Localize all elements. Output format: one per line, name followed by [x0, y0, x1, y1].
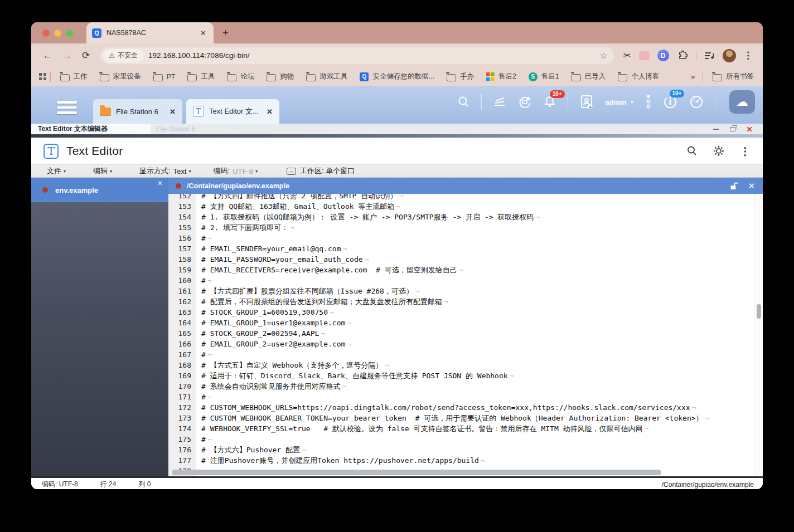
code-line[interactable]: 161 # 【方式四扩展】股票分组发往不同邮箱（Issue #268，可选） — [168, 286, 763, 296]
user-profile-icon[interactable]: ★ — [579, 94, 594, 110]
code-line[interactable]: 159 # EMAIL_RECEIVERS=receiver@example.c… — [168, 265, 763, 275]
code-line[interactable]: 165 # STOCK_GROUP_2=002594,AAPL — [168, 328, 763, 339]
minimize-window-button[interactable] — [54, 30, 61, 37]
vertical-scrollbar-track[interactable] — [754, 194, 763, 476]
taskbar-tab-file-station[interactable]: File Station 6 ✕ — [93, 99, 182, 124]
bookmarks-overflow-icon[interactable]: » — [691, 72, 694, 81]
main-menu-icon[interactable] — [57, 101, 77, 114]
user-menu[interactable]: admin ▼ — [605, 98, 634, 106]
reload-icon[interactable]: ⟳ — [82, 50, 90, 61]
editor-tab-bar[interactable]: /Container/gupiao/env.example ✕ — [168, 178, 763, 194]
display-mode-select[interactable]: Text▾ — [173, 167, 191, 175]
screenshot-extension-icon[interactable]: ✂ — [623, 50, 631, 61]
security-chip[interactable]: ⚠ 不安全 — [103, 49, 143, 62]
bookmark-star-icon[interactable]: ☆ — [600, 51, 607, 61]
encoding-select[interactable]: UTF-8▾ — [233, 167, 258, 175]
reading-list-icon[interactable] — [704, 51, 715, 61]
code-line[interactable]: 155 # 2. 填写下面两项即可： — [168, 222, 763, 233]
code-line[interactable]: 157 # EMAIL_SENDER=your_email@qq.com — [168, 243, 763, 254]
bookmark-item[interactable]: 售后1 — [529, 72, 559, 81]
bookmark-item[interactable]: 安全储存您的数据... — [360, 72, 434, 81]
bookmark-item[interactable]: PT — [153, 72, 176, 81]
minimize-icon[interactable] — [713, 129, 719, 130]
workspace-label[interactable]: 工作区: 单个窗口 — [300, 166, 355, 176]
cloud-service-button[interactable]: ☁ — [729, 90, 755, 114]
bookmark-item[interactable]: 游戏工具 — [306, 72, 347, 81]
code-line[interactable]: 154 # 1. 获取授权码（以QQ邮箱为例）： 设置 -> 账户 -> POP… — [168, 212, 763, 222]
tab-close-icon[interactable]: ✕ — [267, 108, 273, 116]
sidebar-close-icon[interactable]: ✕ — [157, 179, 163, 187]
code-line[interactable]: 177 # 注册Pushover账号，并创建应用Token https://pu… — [168, 455, 763, 466]
code-line[interactable]: 173 # CUSTOM_WEBHOOK_BEARER_TOKEN=your_b… — [168, 413, 763, 423]
code-line[interactable]: 176 # 【方式六】Pushover 配置 — [168, 445, 763, 455]
apps-grid-icon[interactable] — [39, 73, 46, 80]
search-icon[interactable] — [457, 95, 470, 109]
bookmark-item[interactable]: 工作 — [60, 72, 88, 81]
code-line[interactable]: 163 # STOCK_GROUP_1=600519,300750 — [168, 307, 763, 318]
browser-tab[interactable]: Q NAS5878AC ✕ — [86, 22, 214, 43]
queue-icon[interactable] — [492, 95, 507, 109]
bookmark-item[interactable]: 售后2 — [486, 72, 516, 81]
close-icon[interactable]: ✕ — [746, 125, 753, 133]
code-line[interactable]: 158 # EMAIL_PASSWORD=your_email_auth_cod… — [168, 254, 763, 265]
sync-icon[interactable] — [517, 95, 532, 109]
code-line[interactable]: 169 # 适用于：钉钉、Discord、Slack、Bark、自建服务等任意支… — [168, 370, 763, 381]
vertical-scrollbar-thumb[interactable] — [757, 304, 761, 319]
code-line[interactable]: 156 # — [168, 233, 763, 243]
bookmark-item[interactable]: 个人博客 — [618, 72, 659, 81]
sidebar-file-env-example[interactable]: env.example ✕ — [31, 178, 168, 202]
extensions-puzzle-icon[interactable] — [677, 50, 689, 61]
code-area[interactable]: 152 # 【方式四】邮件推送（只需 2 项配置，SMTP 自动识别） 153 … — [168, 194, 763, 476]
code-line[interactable]: 168 # 【方式五】自定义 Webhook（支持多个，逗号分隔） — [168, 360, 763, 370]
all-bookmarks-button[interactable]: 所有书签 — [713, 72, 754, 81]
bookmark-item[interactable]: 手办 — [447, 72, 474, 81]
tab-close-icon[interactable]: ✕ — [198, 29, 208, 37]
restore-icon[interactable] — [730, 127, 735, 131]
code-line[interactable]: 153 # 支持 QQ邮箱、163邮箱、Gmail、Outlook 等主流邮箱 — [168, 201, 763, 212]
code-line[interactable]: 174 # WEBHOOK_VERIFY_SSL=true # 默认校验。设为 … — [168, 423, 763, 434]
back-icon[interactable]: ← — [43, 50, 52, 61]
horizontal-scrollbar[interactable] — [172, 470, 661, 475]
taskbar-tab-text-editor[interactable]: T Text Editor 文... ✕ — [186, 99, 279, 124]
editor-search-icon[interactable] — [686, 145, 698, 157]
window-tab-text-editor[interactable]: Text Editor 文本编辑器 — [31, 124, 151, 134]
code-line[interactable]: 160 # — [168, 275, 763, 286]
code-line[interactable]: 162 # 配置后，不同股票组的报告发送到对应邮箱；大盘复盘发往所有配置邮箱 — [168, 296, 763, 307]
code-line[interactable]: 172 # CUSTOM_WEBHOOK_URLS=https://oapi.d… — [168, 402, 763, 413]
menu-file[interactable]: 文件▾ — [47, 166, 66, 176]
code-line[interactable]: 170 # 系统会自动识别常见服务并使用对应格式 — [168, 381, 763, 392]
new-tab-button[interactable]: + — [222, 27, 229, 39]
settings-gear-icon[interactable] — [713, 145, 725, 157]
bookmark-item[interactable]: 论坛 — [227, 72, 254, 81]
bookmark-icon — [618, 74, 627, 81]
bookmark-item[interactable]: 工具 — [187, 72, 215, 81]
code-line[interactable]: 167 # — [168, 349, 763, 360]
bookmark-item[interactable]: 购物 — [267, 72, 294, 81]
code-line[interactable]: 152 # 【方式四】邮件推送（只需 2 项配置，SMTP 自动识别） — [168, 194, 763, 201]
menu-edit[interactable]: 编辑▾ — [93, 166, 112, 176]
url-text[interactable]: 192.168.100.114:7086/cgi-bin/ — [148, 51, 600, 60]
system-info-icon[interactable]: 10+ — [662, 94, 678, 110]
editor-close-icon[interactable]: ✕ — [748, 181, 755, 191]
window-tab-file-station[interactable]: File Station 6 — [156, 125, 195, 133]
chrome-menu-icon[interactable]: ⋮ — [743, 50, 753, 61]
editor-menu-icon[interactable]: ⋮ — [740, 145, 751, 158]
unlock-icon[interactable] — [729, 182, 738, 191]
profile-avatar[interactable] — [723, 49, 736, 62]
code-line[interactable]: 175 # — [168, 434, 763, 445]
notifications-bell-icon[interactable]: 10+ — [543, 95, 557, 109]
forward-icon[interactable]: → — [62, 50, 72, 61]
code-line[interactable]: 171 # — [168, 392, 763, 402]
d-extension-icon[interactable]: D — [657, 50, 669, 61]
more-options-icon[interactable] — [645, 94, 652, 110]
code-line[interactable]: 166 # EMAIL_GROUP_2=user2@example.com — [168, 339, 763, 349]
tv-extension-icon[interactable] — [639, 51, 650, 60]
bookmark-item[interactable]: 已导入 — [572, 72, 606, 81]
close-window-button[interactable] — [42, 30, 50, 37]
resource-monitor-icon[interactable] — [689, 94, 704, 110]
tab-close-icon[interactable]: ✕ — [170, 108, 176, 116]
address-bar[interactable]: ⚠ 不安全 192.168.100.114:7086/cgi-bin/ ☆ — [100, 47, 614, 64]
zoom-window-button[interactable] — [66, 30, 73, 37]
code-line[interactable]: 164 # EMAIL_GROUP_1=user1@example.com — [168, 318, 763, 328]
bookmark-item[interactable]: 家里设备 — [100, 72, 141, 81]
